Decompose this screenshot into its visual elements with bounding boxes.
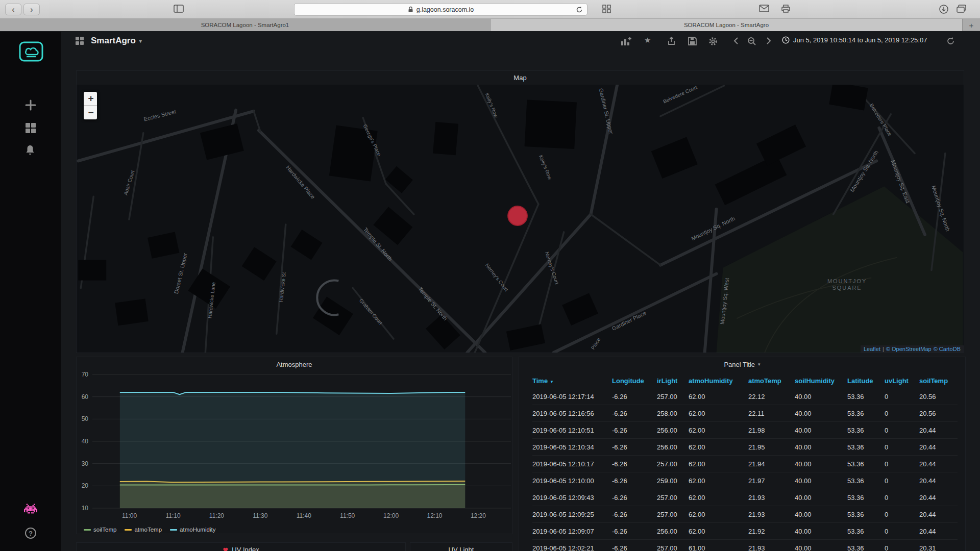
atmosphere-panel-title[interactable]: Atmosphere xyxy=(77,357,512,371)
table-cell: 0 xyxy=(885,427,919,434)
table-cell: 257.00 xyxy=(657,511,689,518)
uv-light-panel-title[interactable]: UV Light xyxy=(410,543,512,551)
dashboard-title[interactable]: SmartAgro ▾ xyxy=(91,36,142,46)
legend-label: atmoHumidity xyxy=(180,527,215,533)
table-cell: 20.44 xyxy=(919,511,963,518)
zoom-in-button[interactable]: + xyxy=(84,92,97,106)
area-label: MOUNTJOY xyxy=(827,278,867,284)
zoom-out-button[interactable]: − xyxy=(84,106,97,119)
leaflet-link[interactable]: Leaflet xyxy=(864,346,880,352)
column-header-label: Time xyxy=(532,377,548,385)
atmosphere-chart[interactable]: 1020304050607011:0011:1011:2011:3011:401… xyxy=(77,371,512,522)
table-cell: -6.26 xyxy=(612,477,657,485)
time-forward-chevron-icon[interactable] xyxy=(766,37,771,45)
column-header-soilTemp[interactable]: soilTemp xyxy=(919,377,963,385)
table-row: 2019-06-05 12:09:07-6.26256.0062.0021.92… xyxy=(532,523,958,540)
address-bar[interactable]: g.lagoon.soracom.io xyxy=(294,3,587,16)
browser-forward-button[interactable]: › xyxy=(23,4,40,15)
table-cell: 21.95 xyxy=(748,443,795,451)
table-row: 2019-06-05 12:09:25-6.26257.0062.0021.93… xyxy=(532,506,958,523)
start-page-grid-icon[interactable] xyxy=(602,5,611,14)
legend-item-soilTemp[interactable]: soilTemp xyxy=(84,527,116,533)
legend-item-atmoTemp[interactable]: atmoTemp xyxy=(125,527,162,533)
create-plus-icon[interactable] xyxy=(24,99,37,111)
table-cell: 2019-06-05 12:09:43 xyxy=(532,494,612,502)
table-cell: 259.00 xyxy=(657,477,689,485)
table-cell: 53.36 xyxy=(847,460,885,468)
table-cell: -6.26 xyxy=(612,528,657,535)
reload-icon[interactable] xyxy=(576,6,583,13)
soracom-lagoon-logo[interactable] xyxy=(18,40,44,63)
y-axis-tick: 40 xyxy=(82,438,89,445)
print-icon[interactable] xyxy=(781,5,791,13)
uv-index-panel-title[interactable]: UV Index xyxy=(77,543,405,551)
star-icon[interactable]: ★ xyxy=(644,36,651,45)
column-header-uvLight[interactable]: uvLight xyxy=(885,377,919,385)
alerting-bell-icon[interactable] xyxy=(24,144,36,157)
table-cell: 0 xyxy=(885,477,919,485)
mail-icon[interactable] xyxy=(759,5,769,12)
openstreetmap-link[interactable]: © OpenStreetMap xyxy=(886,346,932,352)
uv-light-title-text: UV Light xyxy=(449,546,474,551)
browser-tab-bar: SORACOM Lagoon - SmartAgro1 SORACOM Lago… xyxy=(0,19,980,31)
tab-smartagro[interactable]: SORACOM Lagoon - SmartAgro xyxy=(491,19,963,31)
column-header-atmoTemp[interactable]: atmoTemp xyxy=(748,377,795,385)
table-cell: 256.00 xyxy=(657,427,689,434)
column-header-Time[interactable]: Time▼ xyxy=(532,377,612,385)
tab-smartagro1[interactable]: SORACOM Lagoon - SmartAgro1 xyxy=(0,19,491,31)
map-canvas[interactable]: Eccles StreetAdair CourtGeorge's PlaceHa… xyxy=(77,85,964,353)
sidebar-toggle-icon[interactable] xyxy=(174,5,184,13)
new-tab-button[interactable]: + xyxy=(963,19,980,31)
column-header-irLight[interactable]: irLight xyxy=(657,377,689,385)
column-header-label: uvLight xyxy=(885,377,909,385)
tab-overview-icon[interactable] xyxy=(957,5,966,13)
table-cell: 40.00 xyxy=(795,393,847,400)
y-axis-tick: 50 xyxy=(82,415,89,422)
table-cell: 62.00 xyxy=(689,528,748,535)
table-cell: -6.26 xyxy=(612,511,657,518)
legend-item-atmoHumidity[interactable]: atmoHumidity xyxy=(170,527,215,533)
map-panel-title[interactable]: Map xyxy=(77,71,964,85)
table-cell: 256.00 xyxy=(657,528,689,535)
table-cell: 0 xyxy=(885,544,919,551)
table-cell: -6.26 xyxy=(612,410,657,417)
table-cell: 20.56 xyxy=(919,410,963,417)
user-avatar[interactable] xyxy=(24,504,37,514)
map-marker[interactable] xyxy=(508,206,527,226)
time-range-text: Jun 5, 2019 10:50:14 to Jun 5, 2019 12:2… xyxy=(793,36,927,44)
table-cell: 20.31 xyxy=(919,544,963,551)
save-icon[interactable] xyxy=(688,37,697,45)
downloads-icon[interactable] xyxy=(939,5,948,14)
table-panel-title[interactable]: Panel Title ▾ xyxy=(519,357,965,371)
add-panel-icon[interactable] xyxy=(621,37,631,45)
uv-index-title-text: UV Index xyxy=(232,546,259,551)
table-cell: 21.98 xyxy=(748,427,795,434)
table-cell: 2019-06-05 12:10:00 xyxy=(532,477,612,485)
time-back-chevron-icon[interactable] xyxy=(733,37,739,45)
column-header-soilHumidity[interactable]: soilHumidity xyxy=(795,377,847,385)
column-header-atmoHumidity[interactable]: atmoHumidity xyxy=(689,377,748,385)
cartodb-link[interactable]: © CartoDB xyxy=(934,346,961,352)
table-cell: 40.00 xyxy=(795,477,847,485)
settings-gear-icon[interactable] xyxy=(708,37,718,46)
refresh-icon[interactable] xyxy=(946,37,955,45)
table-cell: 53.36 xyxy=(847,393,885,400)
share-icon[interactable] xyxy=(667,37,676,45)
table-cell: 53.36 xyxy=(847,511,885,518)
column-header-label: Latitude xyxy=(847,377,873,385)
time-range-picker[interactable]: Jun 5, 2019 10:50:14 to Jun 5, 2019 12:2… xyxy=(782,36,927,44)
table-cell: 40.00 xyxy=(795,511,847,518)
table-row: 2019-06-05 12:09:43-6.26257.0062.0021.93… xyxy=(532,489,958,506)
x-axis-tick: 11:50 xyxy=(340,512,355,519)
map-svg[interactable]: Eccles StreetAdair CourtGeorge's PlaceHa… xyxy=(77,85,964,353)
column-header-Latitude[interactable]: Latitude xyxy=(847,377,885,385)
browser-back-button[interactable]: ‹ xyxy=(5,4,21,15)
table-cell: 62.00 xyxy=(689,511,748,518)
table-cell: 53.36 xyxy=(847,528,885,535)
column-header-Longitude[interactable]: Longitude xyxy=(612,377,657,385)
dashboard-grid-icon[interactable] xyxy=(76,37,84,45)
zoom-out-icon[interactable] xyxy=(747,37,756,46)
table-cell: 20.56 xyxy=(919,393,963,400)
help-icon[interactable]: ? xyxy=(25,528,36,539)
dashboards-icon[interactable] xyxy=(24,122,37,134)
